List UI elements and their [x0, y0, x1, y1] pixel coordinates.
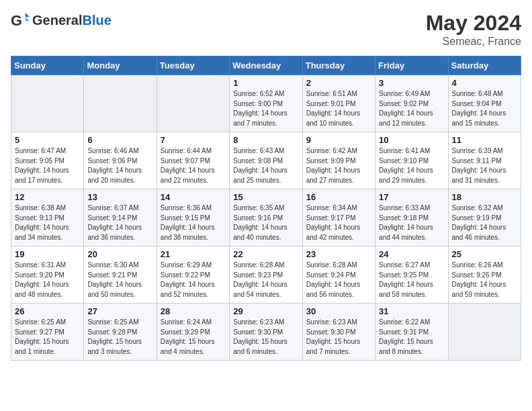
calendar-cell: 27Sunrise: 6:25 AMSunset: 9:28 PMDayligh… [84, 304, 157, 361]
calendar-cell: 1Sunrise: 6:52 AMSunset: 9:00 PMDaylight… [230, 75, 302, 132]
day-info: Sunrise: 6:26 AMSunset: 9:26 PMDaylight:… [452, 261, 517, 300]
logo-blue: Blue [82, 13, 111, 28]
calendar-cell: 26Sunrise: 6:25 AMSunset: 9:27 PMDayligh… [11, 304, 84, 361]
day-number: 4 [452, 78, 517, 88]
calendar-cell: 15Sunrise: 6:35 AMSunset: 9:16 PMDayligh… [230, 189, 302, 246]
day-info: Sunrise: 6:38 AMSunset: 9:13 PMDaylight:… [15, 203, 80, 242]
calendar-header: SundayMondayTuesdayWednesdayThursdayFrid… [11, 56, 521, 75]
day-number: 12 [15, 192, 80, 202]
day-info: Sunrise: 6:35 AMSunset: 9:16 PMDaylight:… [233, 203, 298, 242]
day-info: Sunrise: 6:23 AMSunset: 9:30 PMDaylight:… [233, 318, 298, 357]
calendar-cell: 6Sunrise: 6:46 AMSunset: 9:06 PMDaylight… [84, 132, 157, 189]
day-info: Sunrise: 6:28 AMSunset: 9:23 PMDaylight:… [233, 261, 298, 300]
title-block: May 2024 Semeac, France [426, 11, 521, 48]
calendar-cell: 13Sunrise: 6:37 AMSunset: 9:14 PMDayligh… [84, 189, 157, 246]
calendar-cell: 19Sunrise: 6:31 AMSunset: 9:20 PMDayligh… [11, 246, 84, 304]
day-info: Sunrise: 6:29 AMSunset: 9:22 PMDaylight:… [161, 261, 226, 300]
day-info: Sunrise: 6:52 AMSunset: 9:00 PMDaylight:… [233, 89, 298, 128]
day-number: 9 [306, 135, 371, 145]
day-number: 13 [87, 192, 152, 202]
day-number: 31 [379, 306, 444, 316]
day-number: 14 [161, 192, 226, 202]
header-row: SundayMondayTuesdayWednesdayThursdayFrid… [11, 56, 521, 75]
calendar-cell: 29Sunrise: 6:23 AMSunset: 9:30 PMDayligh… [230, 304, 302, 361]
calendar-cell: 14Sunrise: 6:36 AMSunset: 9:15 PMDayligh… [157, 189, 229, 246]
day-info: Sunrise: 6:24 AMSunset: 9:29 PMDaylight:… [161, 318, 226, 357]
calendar-cell: 4Sunrise: 6:48 AMSunset: 9:04 PMDaylight… [448, 75, 521, 132]
header-day-monday: Monday [84, 56, 157, 75]
calendar-cell: 17Sunrise: 6:33 AMSunset: 9:18 PMDayligh… [375, 189, 448, 246]
day-info: Sunrise: 6:25 AMSunset: 9:28 PMDaylight:… [87, 318, 152, 357]
calendar-cell: 8Sunrise: 6:43 AMSunset: 9:08 PMDaylight… [230, 132, 302, 189]
day-info: Sunrise: 6:25 AMSunset: 9:27 PMDaylight:… [15, 318, 80, 357]
day-number: 20 [87, 249, 152, 259]
day-info: Sunrise: 6:51 AMSunset: 9:01 PMDaylight:… [306, 89, 371, 128]
header-day-sunday: Sunday [11, 56, 84, 75]
calendar-cell: 3Sunrise: 6:49 AMSunset: 9:02 PMDaylight… [375, 75, 448, 132]
week-row-4: 26Sunrise: 6:25 AMSunset: 9:27 PMDayligh… [11, 304, 521, 361]
day-number: 15 [233, 192, 298, 202]
calendar-table: SundayMondayTuesdayWednesdayThursdayFrid… [11, 56, 521, 361]
day-info: Sunrise: 6:31 AMSunset: 9:20 PMDaylight:… [15, 261, 80, 300]
calendar-cell: 28Sunrise: 6:24 AMSunset: 9:29 PMDayligh… [157, 304, 229, 361]
header-day-thursday: Thursday [302, 56, 375, 75]
logo-wordmark: GeneralBlue [32, 13, 112, 28]
week-row-0: 1Sunrise: 6:52 AMSunset: 9:00 PMDaylight… [11, 75, 521, 132]
calendar-cell: 5Sunrise: 6:47 AMSunset: 9:05 PMDaylight… [11, 132, 84, 189]
header-day-friday: Friday [375, 56, 448, 75]
day-number: 10 [379, 135, 444, 145]
logo-general: General [32, 13, 82, 28]
day-info: Sunrise: 6:34 AMSunset: 9:17 PMDaylight:… [306, 203, 371, 242]
day-info: Sunrise: 6:43 AMSunset: 9:08 PMDaylight:… [233, 146, 298, 185]
day-info: Sunrise: 6:33 AMSunset: 9:18 PMDaylight:… [379, 203, 444, 242]
day-info: Sunrise: 6:44 AMSunset: 9:07 PMDaylight:… [161, 146, 226, 185]
calendar-cell: 24Sunrise: 6:27 AMSunset: 9:25 PMDayligh… [375, 246, 448, 304]
day-number: 26 [15, 306, 80, 316]
calendar-cell [11, 75, 84, 132]
day-info: Sunrise: 6:48 AMSunset: 9:04 PMDaylight:… [452, 89, 517, 128]
day-number: 8 [233, 135, 298, 145]
calendar-cell: 9Sunrise: 6:42 AMSunset: 9:09 PMDaylight… [302, 132, 375, 189]
location-subtitle: Semeac, France [426, 36, 521, 48]
calendar-cell: 21Sunrise: 6:29 AMSunset: 9:22 PMDayligh… [157, 246, 229, 304]
day-info: Sunrise: 6:49 AMSunset: 9:02 PMDaylight:… [379, 89, 444, 128]
svg-marker-2 [26, 17, 30, 21]
logo-icon: G [11, 11, 30, 30]
day-info: Sunrise: 6:32 AMSunset: 9:19 PMDaylight:… [452, 203, 517, 242]
day-number: 28 [161, 306, 226, 316]
calendar-cell [84, 75, 157, 132]
day-number: 27 [87, 306, 152, 316]
calendar-cell: 7Sunrise: 6:44 AMSunset: 9:07 PMDaylight… [157, 132, 229, 189]
day-number: 24 [379, 249, 444, 259]
day-number: 19 [15, 249, 80, 259]
calendar-cell: 22Sunrise: 6:28 AMSunset: 9:23 PMDayligh… [230, 246, 302, 304]
calendar-cell: 16Sunrise: 6:34 AMSunset: 9:17 PMDayligh… [302, 189, 375, 246]
day-number: 6 [87, 135, 152, 145]
calendar-cell: 18Sunrise: 6:32 AMSunset: 9:19 PMDayligh… [448, 189, 521, 246]
calendar-cell: 11Sunrise: 6:39 AMSunset: 9:11 PMDayligh… [448, 132, 521, 189]
calendar-cell: 25Sunrise: 6:26 AMSunset: 9:26 PMDayligh… [448, 246, 521, 304]
calendar-cell: 31Sunrise: 6:22 AMSunset: 9:31 PMDayligh… [375, 304, 448, 361]
day-number: 2 [306, 78, 371, 88]
day-info: Sunrise: 6:41 AMSunset: 9:10 PMDaylight:… [379, 146, 444, 185]
day-number: 21 [161, 249, 226, 259]
header-day-tuesday: Tuesday [157, 56, 229, 75]
day-number: 5 [15, 135, 80, 145]
day-number: 30 [306, 306, 371, 316]
day-info: Sunrise: 6:36 AMSunset: 9:15 PMDaylight:… [161, 203, 226, 242]
calendar-body: 1Sunrise: 6:52 AMSunset: 9:00 PMDaylight… [11, 75, 521, 361]
month-year-title: May 2024 [426, 11, 521, 36]
day-info: Sunrise: 6:47 AMSunset: 9:05 PMDaylight:… [15, 146, 80, 185]
day-number: 16 [306, 192, 371, 202]
calendar-cell: 20Sunrise: 6:30 AMSunset: 9:21 PMDayligh… [84, 246, 157, 304]
day-number: 22 [233, 249, 298, 259]
day-number: 18 [452, 192, 517, 202]
day-number: 17 [379, 192, 444, 202]
svg-marker-1 [26, 13, 30, 17]
week-row-2: 12Sunrise: 6:38 AMSunset: 9:13 PMDayligh… [11, 189, 521, 246]
day-number: 29 [233, 306, 298, 316]
day-info: Sunrise: 6:27 AMSunset: 9:25 PMDaylight:… [379, 261, 444, 300]
day-number: 23 [306, 249, 371, 259]
day-info: Sunrise: 6:28 AMSunset: 9:24 PMDaylight:… [306, 261, 371, 300]
day-number: 25 [452, 249, 517, 259]
